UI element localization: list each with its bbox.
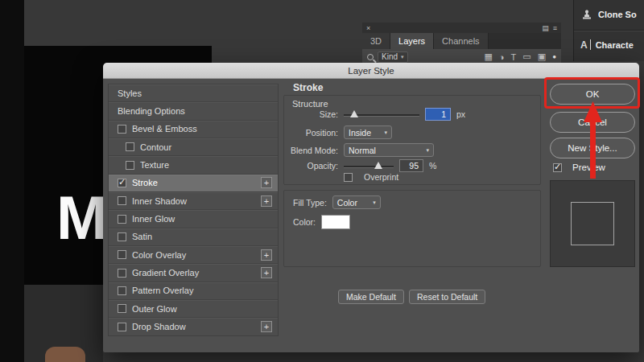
add-effect-instance-button[interactable]: + [261,267,272,278]
effect-label: Gradient Overlay [132,268,199,278]
preview-row: Preview [553,162,605,172]
panel-header-strip: × ▤ ≡ [362,23,561,33]
styles-list-item-contour[interactable]: Contour [109,138,278,156]
effect-checkbox[interactable] [126,161,134,170]
tab-channels[interactable]: Channels [434,33,488,49]
effect-label: Stroke [132,178,158,187]
effect-label: Satin [132,232,152,241]
effect-label: Color Overlay [132,250,186,260]
kind-filter-dropdown[interactable]: Kind ▾ [378,51,408,63]
stroke-color-swatch[interactable] [321,215,350,229]
effect-label: Blending Options [118,106,185,116]
opacity-slider-thumb[interactable] [374,162,382,169]
styles-list-item-inner-glow[interactable]: Inner Glow [109,210,278,228]
make-default-button[interactable]: Make Default [338,290,404,304]
color-row: Color: [293,215,350,229]
layers-panel-tabs: 3D Layers Channels [362,33,561,49]
size-value-field[interactable]: 1 [425,108,451,121]
blend-mode-dropdown[interactable]: Normal ▾ [344,143,434,157]
dialog-titlebar[interactable]: Layer Style [103,63,639,79]
fill-type-dropdown[interactable]: Color ▾ [332,195,381,209]
tab-layers[interactable]: Layers [390,33,434,49]
clone-source-label: Clone So [598,10,637,19]
filter-toggle-icon[interactable]: ● [552,53,556,60]
panel-menu-icon[interactable]: ≡ [553,24,557,32]
styles-list-item-gradient-overlay[interactable]: Gradient Overlay+ [109,264,278,282]
add-effect-instance-button[interactable]: + [261,249,272,261]
shape-filter-icon[interactable]: ▭ [522,51,530,62]
styles-list-item-pattern-overlay[interactable]: Pattern Overlay [109,282,278,300]
effect-checkbox[interactable] [118,215,126,224]
styles-list-item-satin[interactable]: Satin [109,228,278,246]
position-label: Position: [288,128,338,138]
add-effect-instance-button[interactable]: + [261,321,272,332]
effect-checkbox[interactable] [118,269,126,278]
type-filter-icon[interactable]: T [511,52,517,62]
effect-checkbox[interactable] [118,304,126,313]
dock-divider [574,30,644,31]
photoshop-workspace: { "workspace": { "canvas_letter": "M" },… [0,0,644,362]
new-style-button[interactable]: New Style... [550,138,635,158]
effect-checkbox[interactable] [118,196,126,205]
styles-list: StylesBlending OptionsBevel & EmbossCont… [108,84,279,336]
panel-list-icon[interactable]: ▤ [542,24,549,32]
right-panel-dock: Clone So A Characte [573,0,644,61]
styles-list-item-bevel-emboss[interactable]: Bevel & Emboss [109,121,278,138]
effect-checkbox[interactable] [126,142,134,151]
preview-checkbox[interactable] [553,163,562,172]
canvas-text-letter: M [56,187,107,249]
size-slider[interactable] [344,109,419,119]
effect-checkbox[interactable] [118,250,126,259]
opacity-row: Opacity: 95 % [288,159,436,172]
effect-label: Texture [140,160,169,170]
photo-fragment [45,347,85,362]
position-dropdown[interactable]: Inside ▾ [344,125,392,139]
reset-to-default-button[interactable]: Reset to Default [409,290,485,304]
effect-checkbox[interactable] [118,179,126,187]
clone-source-panel-item[interactable]: Clone So [574,3,644,26]
tools-panel-strip [0,0,24,362]
effect-checkbox[interactable] [118,286,126,295]
smart-object-filter-icon[interactable]: ▣ [538,51,546,62]
effect-label: Outer Glow [132,304,177,314]
add-effect-instance-button[interactable]: + [261,195,272,207]
opacity-slider[interactable] [344,161,394,171]
size-slider-thumb[interactable] [350,110,358,117]
opacity-value-field[interactable]: 95 [399,159,423,172]
effect-label: Pattern Overlay [132,286,193,295]
pixel-filter-icon[interactable]: ▦ [485,51,493,62]
fill-type-value: Color [337,198,357,208]
stroke-section-title: Stroke [293,82,323,93]
dialog-title: Layer Style [348,66,394,76]
cancel-button[interactable]: Cancel [550,112,635,133]
styles-list-item-blending-options[interactable]: Blending Options [109,102,278,120]
styles-list-item-styles[interactable]: Styles [109,84,278,102]
effect-checkbox[interactable] [118,125,126,134]
character-panel-item[interactable]: A Characte [574,34,644,56]
overprint-label: Overprint [364,172,398,182]
styles-list-item-color-overlay[interactable]: Color Overlay+ [109,246,278,264]
tab-3d[interactable]: 3D [362,33,390,49]
effect-label: Drop Shadow [132,322,186,331]
chevron-down-icon: ▾ [401,54,404,60]
overprint-checkbox[interactable] [344,173,353,182]
fill-type-label: Fill Type: [293,198,327,208]
clone-stamp-icon [580,8,593,21]
effect-checkbox[interactable] [118,323,126,331]
add-effect-instance-button[interactable]: + [261,177,272,188]
character-panel-icon: A [580,39,591,51]
blend-mode-value: Normal [349,146,376,155]
panel-close-icon[interactable]: × [366,24,370,32]
search-icon [367,54,374,60]
size-row: Size: 1 px [288,108,465,121]
styles-list-item-stroke[interactable]: Stroke+ [109,175,278,192]
styles-list-item-texture[interactable]: Texture [109,156,278,174]
styles-list-item-outer-glow[interactable]: Outer Glow [109,300,278,318]
effect-label: Inner Glow [132,214,175,224]
styles-list-item-drop-shadow[interactable]: Drop Shadow+ [109,318,278,335]
styles-list-item-inner-shadow[interactable]: Inner Shadow+ [109,192,278,210]
adjustment-filter-icon[interactable]: ◑ [499,52,505,62]
chevron-down-icon: ▾ [426,147,429,154]
effect-checkbox[interactable] [118,232,126,241]
ok-button[interactable]: OK [550,84,635,105]
